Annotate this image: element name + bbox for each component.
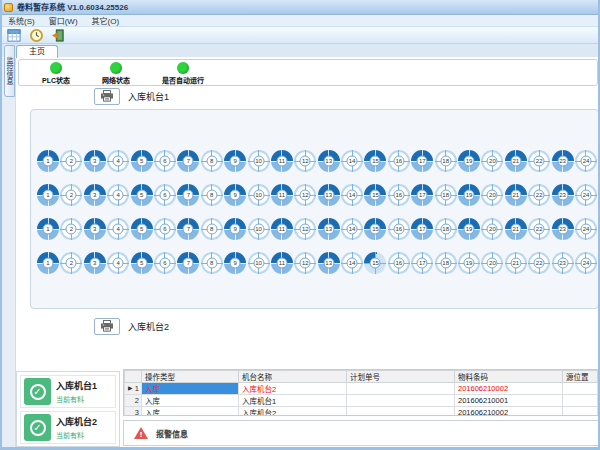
row-selector[interactable]: 2	[125, 395, 142, 407]
slot-reel-icon[interactable]: 13	[318, 252, 340, 274]
slot-reel-icon[interactable]: 9	[224, 184, 246, 206]
slot-reel-icon[interactable]: 10	[248, 150, 270, 172]
slot-reel-icon[interactable]: 6	[154, 150, 176, 172]
slot-reel-icon[interactable]: 22	[528, 252, 550, 274]
slot-reel-icon[interactable]: 18	[435, 218, 457, 240]
slot-reel-icon[interactable]: 18	[435, 252, 457, 274]
slot-reel-icon[interactable]: 12	[294, 252, 316, 274]
slot-reel-icon[interactable]: 8	[201, 184, 223, 206]
slot-reel-icon[interactable]: 14	[341, 218, 363, 240]
table-cell[interactable]	[347, 383, 455, 395]
slot-reel-icon[interactable]: 9	[224, 150, 246, 172]
table-row[interactable]: 2入库入库机台1201606210001	[125, 395, 598, 407]
slot-reel-icon[interactable]: 21	[505, 150, 527, 172]
slot-reel-icon[interactable]: 19	[458, 218, 480, 240]
slot-reel-icon[interactable]: 10	[248, 184, 270, 206]
slot-reel-icon[interactable]: 8	[201, 252, 223, 274]
slot-reel-icon[interactable]: 12	[294, 218, 316, 240]
clock-icon[interactable]	[28, 28, 44, 42]
slot-reel-icon[interactable]: 14	[341, 184, 363, 206]
table-cell[interactable]: 入库	[142, 407, 239, 417]
slot-reel-icon[interactable]: 23	[552, 218, 574, 240]
slot-reel-icon[interactable]: 9	[224, 218, 246, 240]
slot-reel-icon[interactable]: 1	[37, 218, 59, 240]
machine-card[interactable]: ✓ 入库机台1 当前有料	[20, 375, 116, 408]
slot-reel-icon[interactable]: 21	[505, 184, 527, 206]
slot-reel-icon[interactable]: 24	[575, 218, 597, 240]
table-cell[interactable]	[563, 395, 598, 407]
table-row[interactable]: 3入库入库机台2201606210002	[125, 407, 598, 417]
slot-reel-icon[interactable]: 19	[458, 252, 480, 274]
slot-reel-icon[interactable]: 2	[60, 252, 82, 274]
slot-reel-icon[interactable]: 16	[388, 252, 410, 274]
slot-reel-icon[interactable]: 6	[154, 218, 176, 240]
slot-reel-icon[interactable]: 2	[60, 150, 82, 172]
slot-reel-icon[interactable]: 24	[575, 184, 597, 206]
menu-item[interactable]: 其它(O)	[92, 15, 120, 26]
slot-reel-icon[interactable]: 5	[131, 184, 153, 206]
table-cell[interactable]: 201606210002	[455, 407, 563, 417]
slot-reel-icon[interactable]: 19	[458, 150, 480, 172]
side-panel-tab[interactable]: 监控信息	[4, 45, 15, 97]
slot-reel-icon[interactable]: 4	[107, 218, 129, 240]
slot-reel-icon[interactable]: 16	[388, 150, 410, 172]
tab-home[interactable]: 主页	[16, 45, 58, 58]
calendar-grid-icon[interactable]	[6, 28, 22, 42]
slot-reel-icon[interactable]: 5	[131, 252, 153, 274]
slot-reel-icon[interactable]: 21	[505, 218, 527, 240]
table-cell[interactable]	[563, 407, 598, 417]
slot-reel-icon[interactable]: 6	[154, 184, 176, 206]
slot-reel-icon[interactable]: 13	[318, 218, 340, 240]
slot-reel-icon[interactable]: 12	[294, 150, 316, 172]
slot-reel-icon[interactable]: 3	[84, 252, 106, 274]
table-cell[interactable]	[347, 407, 455, 417]
slot-reel-icon[interactable]: 14	[341, 150, 363, 172]
column-header[interactable]: 计划单号	[347, 371, 455, 383]
slot-reel-icon[interactable]: 17	[411, 184, 433, 206]
print-button-machine1[interactable]	[94, 88, 120, 105]
slot-reel-icon[interactable]: 15	[364, 252, 386, 274]
slot-reel-icon[interactable]: 16	[388, 218, 410, 240]
slot-reel-icon[interactable]: 18	[435, 150, 457, 172]
slot-reel-icon[interactable]: 1	[37, 184, 59, 206]
table-cell[interactable]: 入库机台2	[239, 383, 347, 395]
slot-reel-icon[interactable]: 6	[154, 252, 176, 274]
slot-reel-icon[interactable]: 3	[84, 218, 106, 240]
table-cell[interactable]	[563, 383, 598, 395]
slot-reel-icon[interactable]: 17	[411, 218, 433, 240]
slot-reel-icon[interactable]: 20	[481, 252, 503, 274]
table-cell[interactable]: 入库机台2	[239, 407, 347, 417]
slot-reel-icon[interactable]: 7	[177, 184, 199, 206]
menu-item[interactable]: 系统(S)	[8, 15, 35, 26]
menu-item[interactable]: 窗口(W)	[49, 15, 78, 26]
slot-reel-icon[interactable]: 2	[60, 184, 82, 206]
slot-reel-icon[interactable]: 16	[388, 184, 410, 206]
slot-reel-icon[interactable]: 17	[411, 252, 433, 274]
slot-reel-icon[interactable]: 9	[224, 252, 246, 274]
slot-reel-icon[interactable]: 23	[552, 150, 574, 172]
slot-reel-icon[interactable]: 1	[37, 252, 59, 274]
table-cell[interactable]: 入库	[142, 395, 239, 407]
table-cell[interactable]: 入库机台1	[239, 395, 347, 407]
column-header[interactable]: 机台名称	[239, 371, 347, 383]
slot-reel-icon[interactable]: 18	[435, 184, 457, 206]
slot-reel-icon[interactable]: 17	[411, 150, 433, 172]
slot-reel-icon[interactable]: 22	[528, 218, 550, 240]
slot-reel-icon[interactable]: 7	[177, 252, 199, 274]
slot-reel-icon[interactable]: 7	[177, 218, 199, 240]
table-cell[interactable]: 201606210002	[455, 383, 563, 395]
slot-reel-icon[interactable]: 13	[318, 184, 340, 206]
slot-reel-icon[interactable]: 10	[248, 218, 270, 240]
print-button-machine2[interactable]	[94, 318, 120, 335]
slot-reel-icon[interactable]: 19	[458, 184, 480, 206]
machine-card[interactable]: ✓ 入库机台2 当前有料	[20, 411, 116, 444]
slot-reel-icon[interactable]: 4	[107, 252, 129, 274]
title-bar[interactable]: 卷料暂存系统 V1.0.6034.25526	[0, 0, 600, 15]
slot-reel-icon[interactable]: 23	[552, 252, 574, 274]
slot-reel-icon[interactable]: 4	[107, 150, 129, 172]
slot-reel-icon[interactable]: 13	[318, 150, 340, 172]
slot-reel-icon[interactable]: 2	[60, 218, 82, 240]
slot-reel-icon[interactable]: 20	[481, 150, 503, 172]
slot-reel-icon[interactable]: 15	[364, 150, 386, 172]
slot-reel-icon[interactable]: 8	[201, 218, 223, 240]
